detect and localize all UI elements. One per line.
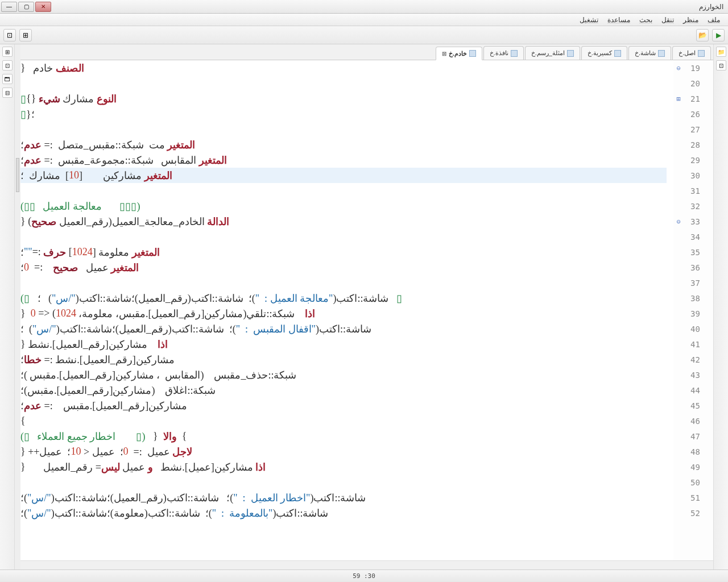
code-line[interactable]: المتغير مشاركين [10] مشارك ؛ [20, 168, 667, 183]
menu-view[interactable]: منظر [679, 16, 703, 24]
menu-file[interactable]: ملف [703, 16, 725, 24]
tab-bar: اصل.خشاشة.خكسيرية.خامثلة_رسم.خنافذة.خخاد… [20, 44, 713, 60]
left-tool-1[interactable]: ⊞ [2, 47, 13, 57]
fold-toggle [673, 336, 684, 352]
layout-button-2[interactable]: ⊡ [3, 29, 16, 41]
fold-toggle [673, 475, 684, 490]
code-line[interactable]: مشاركين[رقم_العميل].نشط := خطا؛ [20, 352, 667, 367]
fold-toggle [673, 244, 684, 260]
tab-2[interactable]: كسيرية.خ [581, 46, 627, 60]
toolbar: ▶ 📂 ⊞ ⊡ [0, 26, 728, 44]
fold-toggle [673, 352, 684, 367]
code-line[interactable]: المتغير عميل صحيح := 0؛ [20, 260, 667, 275]
code-line[interactable]: الدالة الخادم_معالجة_العميل(رقم_العميل ص… [20, 214, 667, 229]
horizontal-scrollbar[interactable] [20, 560, 713, 569]
fold-toggle [673, 275, 684, 290]
left-tool-2[interactable]: ⊡ [2, 60, 13, 70]
fold-toggle [673, 198, 684, 214]
code-line[interactable]: المتغير مت شبكة::مقبس_متصل := عدم؛ [20, 137, 667, 152]
code-line[interactable]: شاشة::اكتب("اقفال المقبس : ")؛ شاشة::اكت… [20, 321, 667, 336]
sidebar-folder-icon[interactable]: 📁 [716, 47, 726, 57]
left-tool-3[interactable]: 🗔 [2, 74, 13, 84]
code-editor[interactable]: 1920212627282930313233343536373839404142… [20, 60, 713, 560]
code-line[interactable] [20, 76, 667, 91]
code-line[interactable] [20, 183, 667, 198]
tab-3[interactable]: امثلة_رسم.خ [525, 46, 580, 60]
fold-toggle [673, 321, 684, 336]
tab-close-icon[interactable]: ⊠ [442, 51, 446, 57]
code-line[interactable]: النوع مشارك شيء {}▯ [20, 91, 667, 106]
code-line[interactable]: شاشة::اكتب("بالمعلومة : ")؛ شاشة::اكتب(م… [20, 505, 667, 521]
line-number: 46 [690, 413, 713, 429]
fold-toggle [673, 290, 684, 306]
code-line[interactable]: اذا مشاركين[رقم_العميل].نشط { [20, 336, 667, 352]
tab-5[interactable]: خادم.خ⊠ [436, 47, 482, 60]
line-number: 42 [690, 352, 713, 367]
code-line[interactable]: (▯▯▯ معالجة العميل ▯▯) [20, 198, 667, 214]
left-tool-4[interactable]: ⊟ [2, 88, 13, 98]
code-line[interactable]: ▯ شاشة::اكتب("معالجة العميل : ")؛ شاشة::… [20, 290, 667, 306]
close-button[interactable]: ✕ [35, 2, 51, 12]
line-number: 19 [690, 60, 713, 76]
line-number: 35 [690, 244, 713, 260]
run-button[interactable]: ▶ [712, 29, 725, 41]
fold-toggle[interactable]: ⊖ [673, 214, 684, 229]
file-icon [658, 50, 665, 57]
code-line[interactable] [20, 229, 667, 244]
tab-0[interactable]: اصل.خ [672, 46, 711, 60]
code-line[interactable]: } [20, 413, 667, 429]
fold-toggle [673, 122, 684, 137]
code-line[interactable] [20, 475, 667, 490]
code-line[interactable]: المتغير معلومة [1024] حرف :=""؛ [20, 244, 667, 260]
code-line[interactable]: الصنف خادم { [20, 60, 667, 76]
menu-help[interactable]: مساعدة [603, 16, 635, 24]
code-line[interactable]: شاشة::اكتب("اخطار العميل : ")؛ شاشة::اكت… [20, 490, 667, 505]
sidebar-view-icon[interactable]: ⊡ [716, 60, 726, 70]
code-line[interactable]: ؛{▯ [20, 106, 667, 122]
line-number: 29 [690, 152, 713, 168]
file-icon [469, 50, 476, 57]
status-bar: 59 :30 [0, 569, 728, 582]
layout-button-1[interactable]: ⊞ [19, 29, 32, 41]
code-line[interactable]: اذا مشاركين[عميل].نشط و عميل ليس= رقم_ال… [20, 459, 667, 475]
fold-toggle [673, 106, 684, 122]
fold-toggle [673, 490, 684, 505]
window-title: الخوارزم [699, 3, 727, 11]
code-line[interactable]: مشاركين[رقم_العميل].مقبس := عدم؛ [20, 398, 667, 413]
line-number: 47 [690, 429, 713, 444]
tab-4[interactable]: نافذة.خ [483, 46, 524, 60]
line-number: 51 [690, 490, 713, 505]
line-number: 43 [690, 367, 713, 383]
tab-label: امثلة_رسم.خ [531, 49, 565, 57]
cursor-position: 59 :30 [353, 572, 375, 580]
split-handle[interactable] [15, 44, 20, 569]
fold-toggle[interactable]: ⊖ [673, 60, 684, 76]
line-number: 20 [690, 76, 713, 91]
right-sidebar: 📁 ⊡ [713, 44, 728, 569]
code-line[interactable]: المتغير المقابس شبكة::مجموعة_مقبس := عدم… [20, 152, 667, 168]
menu-navigate[interactable]: تنقل [657, 16, 679, 24]
maximize-button[interactable]: ▢ [18, 2, 34, 12]
code-line[interactable]: اذا شبكة::تلقي(مشاركين[رقم_العميل].مقبس،… [20, 306, 667, 321]
fold-toggle[interactable]: ⊞ [673, 91, 684, 106]
window-controls: — ▢ ✕ [1, 2, 51, 12]
code-line[interactable]: شبكة::اغلاق (مشاركين[رقم_العميل].مقبس)؛ [20, 383, 667, 398]
fold-toggle [673, 459, 684, 475]
menu-search[interactable]: بحث [635, 16, 657, 24]
line-number: 45 [690, 398, 713, 413]
code-line[interactable]: شبكة::حذف_مقبس (المقابس ، مشاركين[رقم_ال… [20, 367, 667, 383]
tab-label: نافذة.خ [490, 49, 508, 57]
menu-run[interactable]: تشغيل [575, 16, 603, 24]
line-number: 39 [690, 306, 713, 321]
minimize-button[interactable]: — [1, 2, 17, 12]
fold-toggle [673, 137, 684, 152]
code-line[interactable] [20, 275, 667, 290]
line-number: 31 [690, 183, 713, 198]
tab-1[interactable]: شاشة.خ [628, 46, 671, 60]
file-icon [511, 50, 518, 57]
code-line[interactable]: لاجل عميل := 0؛ عميل < 10؛ عميل++ { [20, 444, 667, 459]
open-button[interactable]: 📂 [696, 29, 709, 41]
code-line[interactable]: } والا { (▯ اخطار جميع العملاء ▯) [20, 429, 667, 444]
line-number: 48 [690, 444, 713, 459]
code-line[interactable] [20, 122, 667, 137]
